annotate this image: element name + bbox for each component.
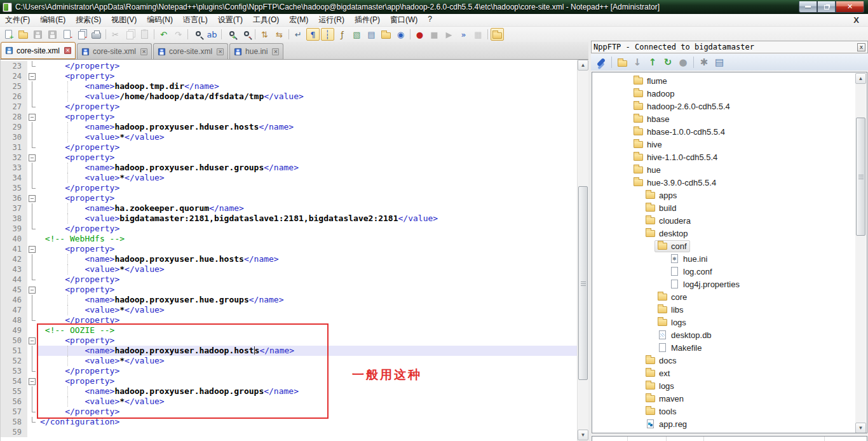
tree-item-hadoop[interactable]: hadoop xyxy=(592,87,867,100)
paste-icon[interactable] xyxy=(138,28,151,41)
tree-item-hbase-1-0-0-cdh5-5-4[interactable]: hbase-1.0.0-cdh5.5.4 xyxy=(592,125,867,138)
save-file-icon[interactable] xyxy=(31,28,44,41)
tree-item-desktop[interactable]: desktop xyxy=(592,227,867,240)
fold-toggle-icon[interactable] xyxy=(27,376,37,386)
save-all-icon[interactable] xyxy=(46,28,59,41)
code-text[interactable]: <property> xyxy=(37,376,577,386)
tree-item-maven[interactable]: maven xyxy=(592,392,867,405)
abort-icon[interactable]: ● xyxy=(675,55,691,69)
document-map-icon[interactable]: ▧ xyxy=(350,28,363,41)
tab-close-icon[interactable]: ✕ xyxy=(64,47,71,54)
refresh-icon[interactable]: ↻ xyxy=(660,55,675,69)
open-cache-folder-icon[interactable] xyxy=(614,55,630,69)
menu-item-12[interactable]: ? xyxy=(423,13,437,27)
settings-icon[interactable]: ✱ xyxy=(696,55,712,69)
code-text[interactable]: <!-- WebHdfs --> xyxy=(37,234,577,244)
code-text[interactable]: <property> xyxy=(37,244,577,254)
code-text[interactable]: </configuration> xyxy=(37,417,577,427)
editor-vertical-scrollbar[interactable]: ▲ ▼ xyxy=(577,60,588,441)
tab-close-icon[interactable]: ✕ xyxy=(217,48,224,55)
upload-file-icon[interactable]: ↑ xyxy=(645,55,660,69)
tree-item-flume[interactable]: flume xyxy=(592,74,867,87)
menu-item-2[interactable]: 搜索(S) xyxy=(71,13,106,27)
tab-core-site-xml[interactable]: core-site.xml✕ xyxy=(1,42,76,59)
tree-scrollbar-thumb[interactable] xyxy=(856,118,865,236)
tree-item-cloudera[interactable]: cloudera xyxy=(592,214,867,227)
code-text[interactable]: <name>hadoop.proxyuser.hduser.groups</na… xyxy=(37,163,577,173)
tree-item-hadoop-2-6-0-cdh5-5-4[interactable]: hadoop-2.6.0-cdh5.5.4 xyxy=(592,100,867,112)
menu-item-8[interactable]: 宏(M) xyxy=(284,13,313,27)
tree-item-libs[interactable]: libs xyxy=(592,303,867,316)
code-editor[interactable]: 23</property>24<property>25<name>hadoop.… xyxy=(0,60,577,441)
restore-button[interactable] xyxy=(817,1,836,13)
fold-toggle-icon[interactable] xyxy=(27,153,37,163)
code-text[interactable]: <value>*</value> xyxy=(37,397,577,407)
tree-item-hive[interactable]: hive xyxy=(592,138,867,151)
fold-toggle-icon[interactable] xyxy=(27,193,37,203)
code-text[interactable]: </property> xyxy=(37,315,577,325)
macro-record-icon[interactable]: ● xyxy=(413,28,426,41)
menu-item-9[interactable]: 运行(R) xyxy=(313,13,349,27)
tree-item-Makefile[interactable]: Makefile xyxy=(592,341,867,354)
tree-item-hive-1-1-0-cdh5-5-4[interactable]: hive-1.1.0-cdh5.5.4 xyxy=(592,151,867,163)
tab-close-icon[interactable]: ✕ xyxy=(140,48,147,55)
indent-guide-icon[interactable]: ┆ xyxy=(321,28,334,41)
code-text[interactable]: <value>bigdatamaster:2181,bigdataslave1:… xyxy=(37,214,577,224)
tree-scroll-up-icon[interactable]: ▲ xyxy=(855,73,866,84)
menu-item-0[interactable]: 文件(F) xyxy=(0,13,35,27)
macro-run-multiple-icon[interactable]: » xyxy=(457,28,470,41)
code-text[interactable]: <name>ha.zookeeper.quorum</name> xyxy=(37,203,577,214)
sync-scroll-vertical-icon[interactable]: ⇅ xyxy=(258,28,271,41)
code-text[interactable]: <value>*</value> xyxy=(37,264,577,275)
code-text[interactable] xyxy=(37,427,577,437)
find-icon[interactable] xyxy=(191,28,204,41)
fold-toggle-icon[interactable] xyxy=(27,112,37,122)
tab-hue-ini[interactable]: hue.ini✕ xyxy=(229,43,283,59)
menu-item-4[interactable]: 编码(N) xyxy=(142,13,178,27)
tree-item-hue-3-9-0-cdh5-5-4[interactable]: hue-3.9.0-cdh5.5.4 xyxy=(592,176,867,189)
tree-item-logs[interactable]: logs xyxy=(592,316,867,329)
open-file-icon[interactable] xyxy=(17,28,30,41)
menu-item-6[interactable]: 设置(T) xyxy=(213,13,248,27)
code-text[interactable]: <name>hadoop.tmp.dir</name> xyxy=(37,81,577,92)
tree-item-log-conf[interactable]: log.conf xyxy=(592,265,867,278)
new-file-icon[interactable]: + xyxy=(2,28,15,41)
show-nppftp-window-icon[interactable] xyxy=(491,28,504,41)
code-text[interactable]: <property> xyxy=(37,193,577,203)
code-text[interactable]: <property> xyxy=(37,336,577,346)
fold-toggle-icon[interactable] xyxy=(27,244,37,254)
tree-item-core[interactable]: core xyxy=(592,290,867,303)
close-document-icon[interactable]: X xyxy=(851,15,862,25)
tree-item-build[interactable]: build xyxy=(592,201,867,214)
code-text[interactable]: </property> xyxy=(37,61,577,71)
tree-item-hue-ini[interactable]: hue.ini xyxy=(592,252,867,265)
show-all-characters-icon[interactable]: ¶ xyxy=(306,28,320,41)
scroll-down-icon[interactable]: ▼ xyxy=(578,430,588,440)
menu-item-10[interactable]: 插件(P) xyxy=(349,13,385,27)
undo-icon[interactable]: ↶ xyxy=(157,28,170,41)
menu-item-3[interactable]: 视图(V) xyxy=(106,13,142,27)
editor-scrollbar-thumb[interactable] xyxy=(578,186,588,380)
code-text[interactable]: <property> xyxy=(37,71,577,81)
code-text[interactable]: <property> xyxy=(37,285,577,295)
code-text[interactable]: <value>*</value> xyxy=(37,132,577,142)
fold-toggle-icon[interactable] xyxy=(27,71,37,81)
menu-item-11[interactable]: 窗口(W) xyxy=(385,13,423,27)
zoom-in-icon[interactable]: + xyxy=(224,28,238,41)
minimize-button[interactable] xyxy=(799,1,817,13)
copy-icon[interactable] xyxy=(123,28,137,41)
tree-item-apps[interactable]: apps xyxy=(592,189,867,201)
tree-item-conf[interactable]: conf xyxy=(592,240,867,252)
tree-item-docs[interactable]: docs xyxy=(592,354,867,367)
code-text[interactable]: <value>*</value> xyxy=(37,173,577,183)
word-wrap-icon[interactable]: ↵ xyxy=(292,28,305,41)
zoom-out-icon[interactable]: - xyxy=(239,28,252,41)
code-text[interactable]: <!-- OOZIE --> xyxy=(37,325,577,336)
code-text[interactable]: </property> xyxy=(37,102,577,112)
tree-item-desktop-db[interactable]: desktop.db xyxy=(592,329,867,341)
document-monitor-icon[interactable]: ◉ xyxy=(394,28,407,41)
tab-core-site-xml[interactable]: core-site.xml✕ xyxy=(77,43,152,59)
menu-item-1[interactable]: 编辑(E) xyxy=(35,13,71,27)
nppftp-close-icon[interactable]: x xyxy=(857,43,865,51)
code-text[interactable]: <name>hadoop.proxyuser.hadoop.hosts</nam… xyxy=(37,346,577,356)
